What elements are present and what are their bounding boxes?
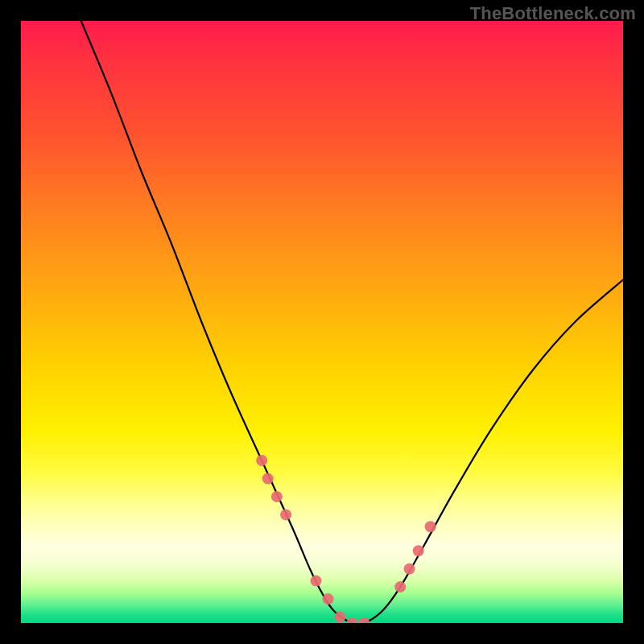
highlight-marker bbox=[413, 545, 424, 556]
highlight-marker bbox=[346, 617, 357, 623]
highlight-marker bbox=[262, 473, 274, 485]
highlight-marker bbox=[358, 617, 369, 623]
chart-frame bbox=[21, 21, 623, 623]
highlight-marker bbox=[271, 491, 283, 502]
highlight-marker bbox=[311, 576, 322, 587]
highlight-marker bbox=[256, 455, 267, 466]
highlight-marker bbox=[280, 509, 291, 520]
highlight-marker bbox=[334, 612, 345, 623]
bottleneck-curve-line bbox=[81, 21, 623, 623]
highlight-marker bbox=[404, 564, 415, 575]
highlight-marker bbox=[425, 521, 436, 532]
chart-svg bbox=[21, 21, 623, 623]
highlight-marker bbox=[394, 581, 406, 592]
highlight-marker-group bbox=[256, 455, 436, 623]
highlight-marker bbox=[323, 593, 334, 605]
watermark-text: TheBottleneck.com bbox=[470, 3, 636, 24]
